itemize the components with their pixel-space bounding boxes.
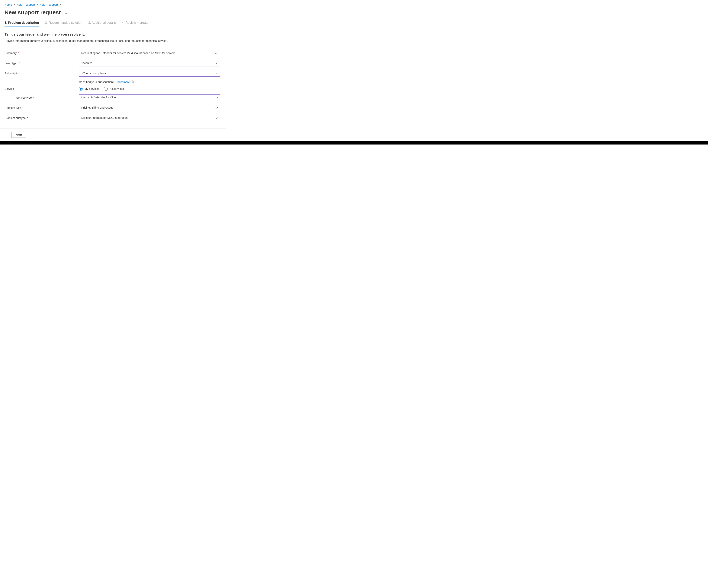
breadcrumb-help-support-1[interactable]: Help + support: [17, 3, 35, 6]
required-indicator: *: [18, 62, 20, 65]
info-icon[interactable]: i: [131, 81, 134, 83]
row-service-type: Service type * Microsoft Defender for Cl…: [4, 94, 222, 101]
problem-type-select[interactable]: Pricing, Billing and Usage: [79, 104, 220, 111]
row-problem-type: Problem type * Pricing, Billing and Usag…: [4, 104, 222, 111]
chevron-right-icon: [13, 3, 15, 6]
label-service: Service: [4, 87, 79, 90]
more-actions-icon[interactable]: ⋯: [64, 10, 67, 15]
tree-connector-icon: [7, 91, 14, 98]
bottom-bar: [0, 141, 708, 145]
row-subscription: Subscription * <Your subscription>: [4, 70, 222, 76]
row-problem-subtype: Problem subtype * Discount request for M…: [4, 115, 222, 121]
tab-problem-description[interactable]: 1. Problem description: [4, 21, 39, 27]
tab-review-create[interactable]: 4. Review + create: [122, 21, 148, 27]
radio-all-services[interactable]: All services: [104, 87, 124, 91]
breadcrumb-home[interactable]: Home: [4, 3, 12, 6]
service-radio-group: My services All services: [79, 87, 220, 91]
breadcrumb-help-support-2[interactable]: Help + support: [39, 3, 58, 6]
required-indicator: *: [17, 51, 19, 55]
radio-icon: [104, 87, 108, 91]
required-indicator: *: [21, 72, 22, 75]
required-indicator: *: [32, 96, 34, 99]
label-problem-subtype: Problem subtype *: [4, 116, 79, 120]
tab-additional-details[interactable]: 3. Additional details: [88, 21, 116, 27]
footer: Next: [0, 128, 708, 141]
section-heading: Tell us your issue, and we'll help you r…: [4, 32, 222, 36]
row-issue-type: Issue type * Technical: [4, 60, 222, 66]
radio-label-my-services: My services: [85, 87, 99, 90]
label-service-type: Service type *: [4, 96, 79, 99]
required-indicator: *: [26, 116, 28, 120]
subscription-select[interactable]: <Your subscription>: [79, 70, 220, 76]
section-description: Provide information about your billing, …: [4, 39, 215, 43]
page-title-row: New support request ⋯: [4, 9, 222, 16]
label-summary: Summary *: [4, 51, 79, 55]
service-type-select[interactable]: Microsoft Defender for Cloud: [79, 94, 220, 101]
page-title: New support request: [4, 9, 61, 16]
next-button[interactable]: Next: [11, 132, 26, 138]
issue-type-select[interactable]: Technical: [79, 60, 220, 66]
tabs: 1. Problem description 2. Recommended so…: [4, 21, 222, 27]
chevron-right-icon: [36, 3, 38, 6]
tab-recommended-solution[interactable]: 2. Recommended solution: [45, 21, 82, 27]
problem-subtype-select[interactable]: Discount request for MDE integration: [79, 115, 220, 121]
label-subscription: Subscription *: [4, 72, 79, 75]
label-issue-type: Issue type *: [4, 62, 79, 65]
required-indicator: *: [22, 106, 23, 109]
show-more-link[interactable]: Show more: [116, 80, 130, 84]
breadcrumb: Home Help + support Help + support: [4, 3, 222, 6]
row-summary: Summary *: [4, 50, 222, 56]
row-service: Service My services All services: [4, 87, 222, 91]
row-subscription-helper: Can't find your subscription? Show more …: [4, 80, 222, 84]
radio-label-all-services: All services: [110, 87, 124, 90]
summary-input[interactable]: [79, 50, 220, 56]
radio-icon: [79, 87, 83, 91]
chevron-right-icon: [59, 3, 61, 6]
subscription-helper: Can't find your subscription? Show more …: [79, 80, 134, 84]
label-problem-type: Problem type *: [4, 106, 79, 109]
radio-my-services[interactable]: My services: [79, 87, 99, 91]
